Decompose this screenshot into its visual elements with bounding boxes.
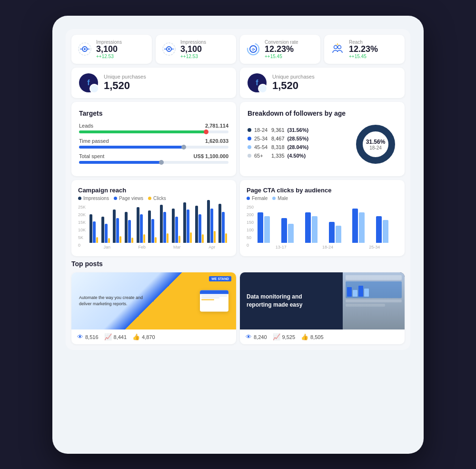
bar-pageviews: [187, 210, 189, 243]
metric-label-3: Conversion rate: [265, 40, 298, 45]
bar-pageviews: [128, 220, 131, 243]
bar-male: [359, 212, 365, 243]
svg-text:⟳: ⟳: [252, 48, 255, 52]
page-cta-card: Page CTA clicks by audience Female Male …: [240, 180, 405, 256]
post-shares-val-1: 8,441: [114, 334, 127, 340]
bar-impressions: [160, 205, 163, 243]
bar-group: [137, 207, 148, 243]
bar-group: [195, 206, 206, 243]
post-views-val-1: 8,516: [85, 334, 99, 340]
metric-change-4: ++15.45: [349, 54, 378, 59]
metric-value-3: 12.23%: [265, 45, 298, 54]
post-stats-2: 👁 8,240 📈 9,525 👍 8,505: [240, 329, 405, 344]
purchases-grid: f 📊 Unique purchases 1,520 f 📊 Unique pu…: [66, 68, 410, 102]
device-frame: Impressions 3,100 ++12.53 Impress: [52, 16, 424, 454]
bar-female: [281, 218, 287, 243]
metric-value-1: 3,100: [96, 45, 122, 54]
bar-male: [312, 216, 317, 243]
bar-clicks: [96, 237, 98, 243]
charts-section: Campaign reach Impressions Page views Cl…: [66, 180, 410, 260]
bar-impressions: [218, 204, 221, 243]
spent-progress-bar: [79, 161, 228, 164]
conversion-icon: ⟳: [246, 41, 261, 57]
top-posts-section: Top posts Automate the way you create an…: [66, 260, 410, 350]
bar-impressions: [195, 206, 198, 243]
bar-pageviews: [151, 219, 154, 243]
purchase-value-1: 1,520: [104, 80, 146, 92]
bar-clicks: [119, 236, 121, 243]
post-thumbnail-1: Automate the way you create and deliver …: [71, 272, 236, 329]
campaign-y-labels: 25K 20K 15K 10K 5K 0: [78, 205, 86, 248]
bar-impressions: [207, 200, 210, 243]
purchase-label-2: Unique purchases: [272, 74, 315, 80]
followers-card: Breakdown of followers by age 18-24 9,36…: [240, 102, 405, 176]
cta-bar-group: [352, 209, 374, 243]
bar-pageviews: [105, 224, 108, 243]
metric-reach[interactable]: Reach 12.23% ++15.45: [324, 35, 405, 64]
cta-chart-area: 250 200 150 100 50 0: [247, 205, 398, 249]
targets-card: Targets Leads 2,781.114 Time passed 1,62…: [71, 102, 236, 176]
svg-line-17: [338, 44, 339, 45]
followers-list: 18-24 9,361 (31.56%) 25-34 8,467 (28.55%…: [248, 127, 348, 161]
reach-icon: [330, 41, 345, 57]
bar-male: [336, 226, 341, 243]
bar-clicks: [214, 231, 216, 243]
svg-line-16: [336, 44, 337, 45]
cta-bars-container: 13-17 18-24 25-34: [258, 205, 398, 249]
post-shares-val-2: 9,525: [282, 334, 296, 340]
impressions-icon-1: [77, 41, 92, 57]
post-likes-val-2: 8,505: [310, 334, 324, 340]
purchase-label-1: Unique purchases: [104, 74, 146, 80]
bar-clicks: [167, 233, 169, 243]
cta-x-labels: 13-17 18-24 25-34: [258, 245, 398, 249]
metric-change-3: ++15.45: [265, 54, 298, 59]
purchase-card-2[interactable]: f 📊 Unique purchases 1,520: [240, 68, 405, 98]
middle-section: Targets Leads 2,781.114 Time passed 1,62…: [66, 102, 410, 180]
campaign-bars: [89, 205, 229, 243]
post-views-val-2: 8,240: [254, 334, 267, 340]
post-views-2: 👁 8,240: [246, 333, 267, 340]
metric-change-1: ++12.53: [96, 54, 122, 59]
post-likes-1: 👍 4,870: [132, 333, 155, 340]
bar-pageviews: [116, 218, 119, 243]
metric-value-4: 12.23%: [349, 45, 378, 54]
bar-male: [288, 224, 294, 243]
svg-point-2: [84, 48, 86, 50]
campaign-reach-title: Campaign reach: [78, 187, 229, 194]
bar-clicks: [225, 233, 227, 243]
metric-info-3: Conversion rate 12.23% ++15.45: [265, 40, 298, 60]
bar-male: [383, 220, 388, 243]
post-text-2: Data monitoring and reporting made easy: [247, 293, 308, 309]
post-card-2[interactable]: Data monitoring and reporting made easy: [240, 272, 405, 344]
bar-group: [89, 214, 100, 243]
purchase-info-2: Unique purchases 1,520: [272, 74, 315, 92]
bar-clicks: [190, 232, 192, 243]
purchase-card-1[interactable]: f 📊 Unique purchases 1,520: [71, 68, 236, 98]
metric-conversion[interactable]: ⟳ Conversion rate 12.23% ++15.45: [240, 35, 320, 64]
legend-male: Male: [272, 196, 288, 201]
top-posts-title: Top posts: [71, 260, 405, 268]
bar-impressions: [137, 207, 139, 243]
purchase-value-2: 1,520: [272, 80, 315, 92]
post-screen-2: [343, 272, 405, 329]
cta-bar-group: [329, 222, 351, 243]
post-card-1[interactable]: Automate the way you create and deliver …: [71, 272, 236, 344]
target-spent-value: US$ 1,100.000: [194, 153, 228, 159]
metric-impressions-1[interactable]: Impressions 3,100 ++12.53: [71, 35, 152, 64]
legend-female: Female: [247, 196, 268, 201]
bar-group: [207, 200, 218, 243]
bar-group: [160, 205, 171, 243]
bar-impressions: [125, 212, 128, 243]
svg-point-14: [338, 46, 341, 49]
metric-change-2: ++12.53: [180, 54, 206, 59]
bar-clicks: [178, 236, 180, 243]
bar-pageviews: [175, 217, 178, 243]
metric-impressions-2[interactable]: Impressions 3,100 ++12.53: [156, 35, 236, 64]
bar-female: [258, 212, 263, 243]
bar-group: [218, 204, 229, 243]
bar-clicks: [108, 238, 110, 243]
target-spent-label: Total spent: [79, 153, 104, 159]
metric-info-2: Impressions 3,100 ++12.53: [180, 40, 206, 60]
metric-label-4: Reach: [349, 40, 378, 45]
post-screen-1: [200, 290, 228, 312]
